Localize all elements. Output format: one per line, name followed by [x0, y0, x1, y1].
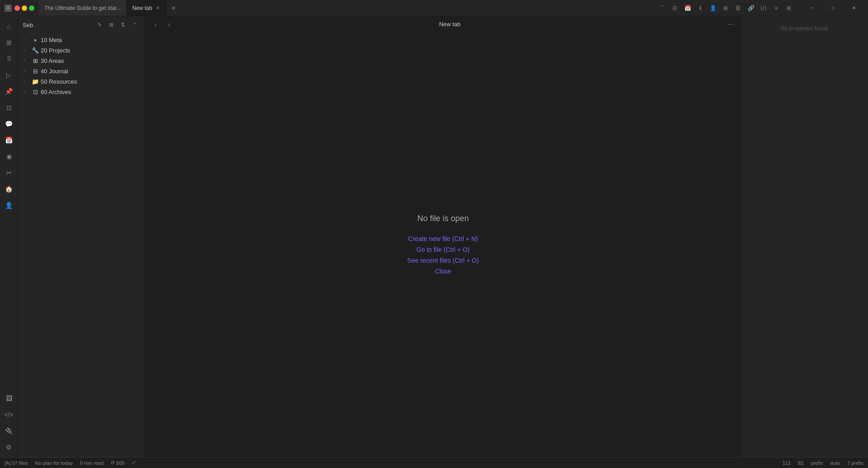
calendar-btn[interactable]: 📅	[682, 2, 693, 14]
sidebar-nav: › ● 10 Meta › 🔧 20 Projects › ⊞ 30 Areas…	[18, 33, 144, 457]
link2-btn[interactable]: 🔗	[745, 2, 757, 14]
min-traffic-btn[interactable]	[22, 5, 27, 11]
archives-icon: ⊡	[32, 88, 39, 95]
sidebar-item-label: 50 Resources	[41, 78, 139, 85]
layout-icon[interactable]: ⊟	[669, 2, 681, 14]
nav-icon[interactable]: ▷	[2, 68, 16, 82]
mode-label: [A]	[5, 460, 10, 466]
pin-icon[interactable]: 📌	[2, 84, 16, 99]
status-plan: No plan for today	[35, 460, 73, 466]
sidebar-header: Seb ✎ ⊞ ⇅ ⌃	[18, 16, 144, 33]
files-label: 57 files	[12, 460, 28, 466]
traffic-lights	[14, 5, 34, 11]
prefix-label: prefix	[811, 460, 823, 466]
sidebar-item-60-archives[interactable]: › ⊡ 60 Archives	[20, 87, 142, 97]
titlebar-actions: ˅ ⊟ 📅 ℹ 👤 ⊞ ⛓ 🔗 ⟨/⟩ ≡ ⊞	[653, 2, 798, 14]
chevron-icon: ›	[24, 38, 30, 42]
panel-btn[interactable]: ⊞	[783, 2, 795, 14]
house-icon[interactable]: 🏠	[2, 182, 16, 196]
new-file-button[interactable]: ✎	[95, 20, 104, 30]
no-file-title: No file is open	[417, 214, 469, 223]
close-button[interactable]: ✕	[844, 0, 864, 16]
forward-button[interactable]: ›	[164, 19, 175, 30]
sidebar-item-label: 20 Projects	[41, 47, 139, 54]
code-btn[interactable]: ⟨/⟩	[758, 2, 769, 14]
no-properties-label: No properties found.	[780, 25, 830, 32]
titlebar: A The Ultimate Guide to get star... New …	[0, 0, 868, 16]
areas-icon: ⊞	[32, 57, 39, 64]
sidebar-item-30-areas[interactable]: › ⊞ 30 Areas	[20, 56, 142, 66]
projects-icon: 🔧	[32, 47, 39, 54]
new-folder-button[interactable]: ⊞	[106, 20, 116, 30]
grid-btn[interactable]: ⊞	[720, 2, 731, 14]
minimize-button[interactable]: ─	[802, 0, 823, 16]
sidebar-item-40-journal[interactable]: › ⊟ 40 Journal	[20, 66, 142, 76]
right-panel: No properties found.	[741, 16, 868, 457]
status-read-time: 0 min read	[80, 460, 104, 466]
tab-2[interactable]: New tab ✕	[127, 0, 167, 16]
auto-label: auto	[830, 460, 840, 466]
n7-label: 7 prefix	[847, 460, 863, 466]
tab-1[interactable]: The Ultimate Guide to get star...	[39, 0, 127, 16]
sort-button[interactable]: ⇅	[118, 20, 128, 30]
window-controls: ─ □ ✕	[798, 0, 868, 16]
maximize-button[interactable]: □	[823, 0, 844, 16]
chat-icon[interactable]: 💬	[2, 117, 16, 131]
lines-label: 82	[798, 460, 803, 466]
sidebar: Seb ✎ ⊞ ⇅ ⌃ › ● 10 Meta › 🔧 20 Projects …	[18, 16, 145, 457]
statusbar: [A] 57 files No plan for today 0 min rea…	[0, 457, 868, 468]
more-options-button[interactable]: ⋯	[725, 19, 736, 30]
sidebar-user-label: Seb	[23, 22, 33, 28]
link-btn[interactable]: ⛓	[732, 2, 744, 14]
info-icon[interactable]: ℹ	[694, 2, 706, 14]
plugin-icon[interactable]: 🔌	[2, 424, 16, 438]
sidebar-item-50-resources[interactable]: › 📁 50 Resources	[20, 76, 142, 86]
inbox-icon[interactable]: ⊡	[2, 100, 16, 115]
status-chars: 111	[783, 460, 791, 466]
sync-icon: ⟳	[111, 460, 115, 466]
content-title: New tab	[177, 21, 722, 28]
calendar-icon[interactable]: 📅	[2, 133, 16, 147]
main-layout: ⌂ ⊞ ⠿ ▷ 📌 ⊡ 💬 📅 ◉ ✂ 🏠 👤 🖼 </> 🔌 ⚙ Seb ✎ …	[0, 16, 868, 457]
goto-file-link[interactable]: Go to file (Ctrl + O)	[407, 245, 479, 254]
close-traffic-btn[interactable]	[14, 5, 20, 11]
apps-icon[interactable]: ⠿	[2, 52, 16, 66]
status-mode: [A] 57 files	[5, 460, 28, 466]
back-button[interactable]: ‹	[150, 19, 161, 30]
app-icon: A	[5, 5, 12, 12]
globe-icon[interactable]: ◉	[2, 149, 16, 164]
recent-files-link[interactable]: See recent files (Ctrl + O)	[407, 256, 479, 265]
max-traffic-btn[interactable]	[29, 5, 34, 11]
right-panel-no-properties: No properties found.	[742, 16, 868, 457]
chevron-icon: ›	[24, 79, 30, 84]
sidebar-item-20-projects[interactable]: › 🔧 20 Projects	[20, 45, 142, 55]
tab-2-close[interactable]: ✕	[155, 5, 161, 11]
close-link[interactable]: Close	[407, 267, 479, 276]
person-btn[interactable]: 👤	[707, 2, 719, 14]
scissors-icon[interactable]: ✂	[2, 165, 16, 180]
tab-2-label: New tab	[132, 5, 152, 11]
chevron-icon: ›	[24, 58, 30, 63]
status-expand: ⤢	[132, 460, 136, 466]
sync-count-label: 500	[116, 460, 124, 466]
status-auto: auto	[830, 460, 840, 466]
content-toolbar: ‹ › New tab ⋯	[145, 16, 741, 33]
sidebar-item-label: 30 Areas	[41, 57, 139, 64]
tab-1-label: The Ultimate Guide to get star...	[44, 5, 121, 11]
chevron-down-icon[interactable]: ˅	[656, 2, 668, 14]
sidebar-item-label: 60 Archives	[41, 89, 139, 95]
search-icon[interactable]: ⊞	[2, 35, 16, 50]
settings-icon[interactable]: ⚙	[2, 440, 16, 454]
collapse-button[interactable]: ⌃	[130, 20, 140, 30]
code-icon[interactable]: </>	[2, 407, 16, 422]
content-body: No file is open Create new file (Ctrl + …	[145, 33, 741, 457]
list-btn[interactable]: ≡	[770, 2, 782, 14]
meta-icon: ●	[32, 36, 39, 43]
image-icon[interactable]: 🖼	[2, 391, 16, 406]
sidebar-item-10-meta[interactable]: › ● 10 Meta	[20, 35, 142, 45]
add-tab-button[interactable]: +	[167, 2, 180, 14]
read-time-label: 0 min read	[80, 460, 104, 466]
create-new-file-link[interactable]: Create new file (Ctrl + N)	[407, 234, 479, 243]
person-icon[interactable]: 👤	[2, 198, 16, 213]
home-icon[interactable]: ⌂	[2, 19, 16, 33]
